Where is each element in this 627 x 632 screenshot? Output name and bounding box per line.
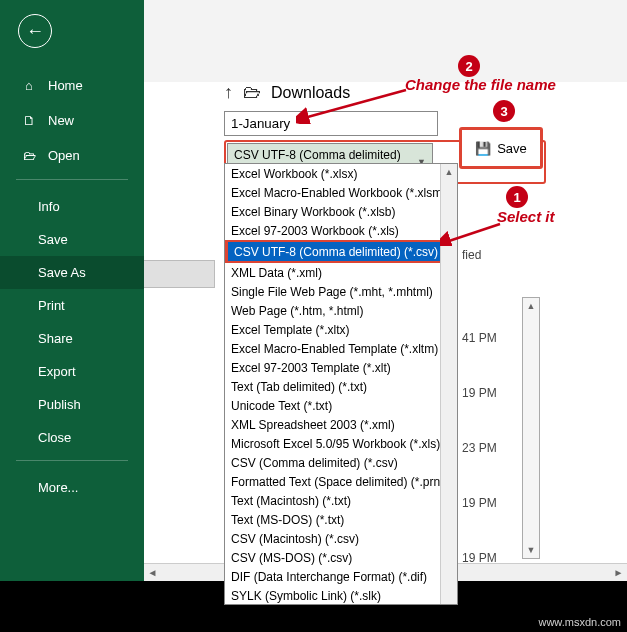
format-option[interactable]: Single File Web Page (*.mht, *.mhtml) — [225, 282, 457, 301]
home-icon: ⌂ — [20, 78, 38, 93]
format-option[interactable]: Text (Macintosh) (*.txt) — [225, 491, 457, 510]
format-option[interactable]: Excel Add-in (*.xlam) — [225, 605, 457, 624]
scroll-right-icon[interactable]: ► — [610, 564, 627, 581]
format-option[interactable]: Excel Macro-Enabled Template (*.xltm) — [225, 339, 457, 358]
file-sidebar: ← ⌂ Home 🗋 New 🗁 Open Info Save Save As … — [0, 0, 144, 581]
format-option[interactable]: Excel 97-2003 Template (*.xlt) — [225, 358, 457, 377]
column-header-modified: fied — [462, 248, 481, 262]
sidebar-item-open[interactable]: 🗁 Open — [0, 138, 144, 173]
save-icon: 💾 — [475, 141, 491, 156]
sidebar-label: Save As — [38, 265, 86, 280]
format-option[interactable]: Excel 97-2003 Workbook (*.xls) — [225, 221, 457, 240]
annotation-badge-3: 3 — [493, 100, 515, 122]
sidebar-label: Open — [48, 148, 80, 163]
dropdown-scrollbar[interactable]: ▲ — [440, 164, 457, 604]
sidebar-label: Info — [38, 199, 60, 214]
format-option[interactable]: CSV (Comma delimited) (*.csv) — [225, 453, 457, 472]
scroll-up-icon[interactable]: ▲ — [523, 298, 539, 314]
sidebar-item-share[interactable]: Share — [0, 322, 144, 355]
format-option[interactable]: XML Data (*.xml) — [225, 263, 457, 282]
sidebar-label: Publish — [38, 397, 81, 412]
format-option[interactable]: Text (Tab delimited) (*.txt) — [225, 377, 457, 396]
open-icon: 🗁 — [20, 148, 38, 163]
sidebar-item-export[interactable]: Export — [0, 355, 144, 388]
sidebar-item-save[interactable]: Save — [0, 223, 144, 256]
vertical-scrollbar[interactable]: ▲ ▼ — [522, 297, 540, 559]
annotation-text-1: Select it — [497, 208, 555, 225]
sidebar-item-publish[interactable]: Publish — [0, 388, 144, 421]
sidebar-label: Share — [38, 331, 73, 346]
annotation-badge-1: 1 — [506, 186, 528, 208]
sidebar-item-new[interactable]: 🗋 New — [0, 103, 144, 138]
format-option[interactable]: DIF (Data Interchange Format) (*.dif) — [225, 567, 457, 586]
save-button[interactable]: 💾 Save — [459, 127, 543, 169]
sidebar-label: Home — [48, 78, 83, 93]
format-option[interactable]: SYLK (Symbolic Link) (*.slk) — [225, 586, 457, 605]
scroll-down-icon[interactable]: ▼ — [523, 542, 539, 558]
save-label: Save — [497, 141, 527, 156]
format-option[interactable]: Formatted Text (Space delimited) (*.prn) — [225, 472, 457, 491]
format-option[interactable]: XML Spreadsheet 2003 (*.xml) — [225, 415, 457, 434]
separator — [16, 179, 128, 180]
sidebar-item-more[interactable]: More... — [0, 471, 144, 504]
folder-name[interactable]: Downloads — [271, 84, 350, 102]
sidebar-item-print[interactable]: Print — [0, 289, 144, 322]
arrow-left-icon: ← — [26, 21, 44, 42]
format-option[interactable]: Unicode Text (*.txt) — [225, 396, 457, 415]
sidebar-item-info[interactable]: Info — [0, 190, 144, 223]
format-option[interactable]: Microsoft Excel 5.0/95 Workbook (*.xls) — [225, 434, 457, 453]
format-option[interactable]: Text (MS-DOS) (*.txt) — [225, 510, 457, 529]
grid-background — [144, 0, 627, 82]
sidebar-label: Print — [38, 298, 65, 313]
up-arrow-icon[interactable]: ↑ — [224, 82, 233, 103]
back-button[interactable]: ← — [18, 14, 52, 48]
sidebar-label: New — [48, 113, 74, 128]
sidebar-label: Export — [38, 364, 76, 379]
sidebar-item-home[interactable]: ⌂ Home — [0, 68, 144, 103]
format-option[interactable]: Excel Binary Workbook (*.xlsb) — [225, 202, 457, 221]
sidebar-label: Close — [38, 430, 71, 445]
annotation-text-2: Change the file name — [405, 76, 556, 93]
sidebar-item-close[interactable]: Close — [0, 421, 144, 454]
format-option[interactable]: Excel Template (*.xltx) — [225, 320, 457, 339]
sidebar-item-saveas[interactable]: Save As — [0, 256, 144, 289]
format-option[interactable]: Excel Workbook (*.xlsx) — [225, 164, 457, 183]
grid-cell — [144, 260, 215, 288]
annotation-badge-2: 2 — [458, 55, 480, 77]
format-option[interactable]: Web Page (*.htm, *.html) — [225, 301, 457, 320]
sidebar-label: Save — [38, 232, 68, 247]
scroll-up-icon[interactable]: ▲ — [441, 164, 457, 180]
new-icon: 🗋 — [20, 113, 38, 128]
separator — [16, 460, 128, 461]
folder-icon[interactable]: 🗁 — [243, 82, 261, 103]
sidebar-label: More... — [38, 480, 78, 495]
format-option[interactable]: CSV (MS-DOS) (*.csv) — [225, 548, 457, 567]
format-option[interactable]: Excel Macro-Enabled Workbook (*.xlsm) — [225, 183, 457, 202]
scroll-left-icon[interactable]: ◄ — [144, 564, 161, 581]
format-dropdown-list: Excel Workbook (*.xlsx)Excel Macro-Enabl… — [224, 163, 458, 605]
format-option[interactable]: CSV UTF-8 (Comma delimited) (*.csv) — [225, 240, 457, 263]
watermark: www.msxdn.com — [538, 616, 621, 628]
format-option[interactable]: CSV (Macintosh) (*.csv) — [225, 529, 457, 548]
filename-input[interactable] — [224, 111, 438, 136]
